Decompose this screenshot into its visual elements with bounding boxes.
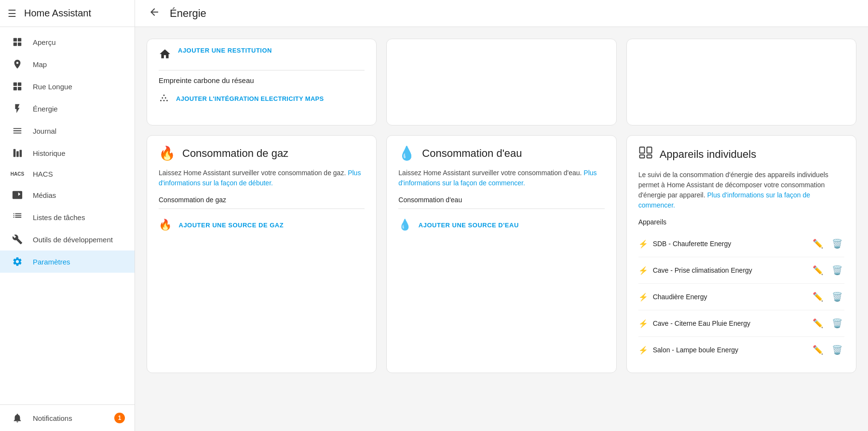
notifications-icon xyxy=(10,413,25,423)
svg-rect-19 xyxy=(639,155,644,158)
app-title: Home Assistant xyxy=(24,8,91,19)
water-card: 💧 Consommation d'eau Laissez Home Assist… xyxy=(386,135,616,373)
delete-appliance-3[interactable]: 🗑️ xyxy=(830,316,844,331)
sidebar-item-energie[interactable]: Énergie xyxy=(0,97,135,120)
delete-appliance-2[interactable]: 🗑️ xyxy=(830,290,844,304)
electricity-maps-icon xyxy=(159,92,169,105)
sidebar-nav: Aperçu Map Rue Longue Énergie Journal xyxy=(0,27,135,404)
appliance-name-2: Chaudière Energy xyxy=(653,293,811,301)
appliances-icon xyxy=(638,145,653,163)
sidebar-item-historique[interactable]: Historique xyxy=(0,142,135,164)
appliances-title-row: Appareils individuels xyxy=(638,145,844,163)
appliances-list: ⚡ SDB - Chauferette Energy ✏️ 🗑️ ⚡ Cave … xyxy=(638,231,844,363)
delete-appliance-0[interactable]: 🗑️ xyxy=(830,236,844,251)
sidebar-label-listes: Listes de tâches xyxy=(33,213,85,222)
appliance-actions-2: ✏️ 🗑️ xyxy=(811,290,844,304)
appliance-bolt-icon-2: ⚡ xyxy=(638,292,648,302)
sidebar-item-apercu[interactable]: Aperçu xyxy=(0,31,135,53)
sidebar-item-outils[interactable]: Outils de développement xyxy=(0,228,135,250)
gas-source-icon: 🔥 xyxy=(159,219,172,231)
add-gas-label: AJOUTER UNE SOURCE DE GAZ xyxy=(179,222,284,229)
edit-appliance-4[interactable]: ✏️ xyxy=(811,343,825,357)
sidebar-item-listes[interactable]: Listes de tâches xyxy=(0,206,135,228)
gas-description-text: Laissez Home Assistant surveiller votre … xyxy=(159,169,346,177)
sidebar-label-parametres: Paramètres xyxy=(33,258,70,266)
sidebar-item-map[interactable]: Map xyxy=(0,53,135,75)
menu-icon[interactable]: ☰ xyxy=(8,8,16,19)
delete-appliance-4[interactable]: 🗑️ xyxy=(830,343,844,357)
svg-rect-10 xyxy=(20,150,22,157)
sidebar-label-journal: Journal xyxy=(33,127,56,135)
appliance-row: ⚡ Cave - Prise climatisation Energy ✏️ 🗑… xyxy=(638,257,844,284)
sidebar-footer: Notifications 1 xyxy=(0,404,135,431)
carbon-label: Empreinte carbone du réseau xyxy=(159,76,365,84)
carbon-section: Empreinte carbone du réseau AJOUTER L'IN… xyxy=(159,76,365,107)
appliance-actions-3: ✏️ 🗑️ xyxy=(811,316,844,331)
edit-appliance-2[interactable]: ✏️ xyxy=(811,290,825,304)
add-electricity-maps-button[interactable]: AJOUTER L'INTÉGRATION ELECTRICITY MAPS xyxy=(176,90,324,107)
content-area: AJOUTER UNE RESTITUTION Empreinte carbon… xyxy=(135,27,868,431)
sidebar-label-energie: Énergie xyxy=(33,105,58,113)
sidebar-item-rue-longue[interactable]: Rue Longue xyxy=(0,75,135,97)
svg-rect-5 xyxy=(18,83,21,86)
appliance-name-0: SDB - Chauferette Energy xyxy=(653,240,811,248)
journal-icon xyxy=(10,125,25,136)
appliance-bolt-icon-0: ⚡ xyxy=(638,239,648,249)
sidebar-item-parametres[interactable]: Paramètres xyxy=(0,250,135,273)
sidebar-label-rue-longue: Rue Longue xyxy=(33,83,72,91)
appliance-row: ⚡ Chaudière Energy ✏️ 🗑️ xyxy=(638,284,844,310)
water-icon: 💧 xyxy=(398,145,415,161)
historique-icon xyxy=(10,148,25,158)
notifications-badge: 1 xyxy=(114,413,125,423)
top-bar: Énergie xyxy=(135,0,868,27)
energie-icon xyxy=(10,103,25,114)
edit-appliance-1[interactable]: ✏️ xyxy=(811,263,825,278)
empty-card-2 xyxy=(386,39,616,125)
svg-rect-1 xyxy=(18,38,21,42)
add-restitution-button[interactable]: AJOUTER UNE RESTITUTION xyxy=(178,47,272,54)
svg-rect-20 xyxy=(647,155,651,158)
sidebar-item-hacs[interactable]: HACS HACS xyxy=(0,164,135,184)
svg-rect-9 xyxy=(16,151,19,157)
svg-rect-6 xyxy=(14,87,17,90)
gas-card: 🔥 Consommation de gaz Laissez Home Assis… xyxy=(147,135,377,373)
svg-rect-0 xyxy=(14,38,17,42)
add-gas-source-button[interactable]: 🔥 AJOUTER UNE SOURCE DE GAZ xyxy=(159,214,284,236)
appliance-row: ⚡ Salon - Lampe boule Energy ✏️ 🗑️ xyxy=(638,337,844,363)
hacs-icon: HACS xyxy=(10,171,25,177)
edit-appliance-0[interactable]: ✏️ xyxy=(811,236,825,251)
sidebar-header: ☰ Home Assistant xyxy=(0,0,135,27)
add-water-label: AJOUTER UNE SOURCE D'EAU xyxy=(419,222,519,229)
svg-rect-8 xyxy=(14,149,16,157)
appliance-bolt-icon-3: ⚡ xyxy=(638,319,648,328)
medias-icon xyxy=(10,190,25,200)
sidebar: ☰ Home Assistant Aperçu Map Rue Longue xyxy=(0,0,135,431)
water-description: Laissez Home Assistant surveiller votre … xyxy=(398,168,604,188)
delete-appliance-1[interactable]: 🗑️ xyxy=(830,263,844,278)
appliances-title: Appareils individuels xyxy=(660,148,757,161)
water-title-row: 💧 Consommation d'eau xyxy=(398,145,604,161)
back-button[interactable] xyxy=(147,4,162,22)
edit-appliance-3[interactable]: ✏️ xyxy=(811,316,825,331)
gas-description: Laissez Home Assistant surveiller votre … xyxy=(159,168,365,188)
appliance-bolt-icon-4: ⚡ xyxy=(638,346,648,355)
appliance-bolt-icon-1: ⚡ xyxy=(638,266,648,275)
svg-rect-18 xyxy=(647,147,651,153)
sidebar-item-medias[interactable]: Médias xyxy=(0,184,135,206)
sidebar-item-notifications[interactable]: Notifications 1 xyxy=(0,407,135,429)
svg-rect-2 xyxy=(14,42,17,46)
water-title: Consommation d'eau xyxy=(422,147,522,160)
gas-section-label: Consommation de gaz xyxy=(159,196,365,204)
add-water-source-button[interactable]: 💧 AJOUTER UNE SOURCE D'EAU xyxy=(398,214,518,236)
water-source-icon: 💧 xyxy=(398,219,412,231)
listes-icon xyxy=(10,212,25,222)
svg-point-15 xyxy=(165,97,166,99)
sidebar-label-medias: Médias xyxy=(33,191,56,199)
svg-rect-3 xyxy=(18,42,21,46)
water-section-label: Consommation d'eau xyxy=(398,196,604,204)
svg-point-16 xyxy=(163,95,165,96)
sidebar-label-outils: Outils de développement xyxy=(33,236,113,244)
svg-point-13 xyxy=(166,100,168,101)
sidebar-item-journal[interactable]: Journal xyxy=(0,120,135,142)
appliances-card: Appareils individuels Le suivi de la con… xyxy=(626,135,856,373)
